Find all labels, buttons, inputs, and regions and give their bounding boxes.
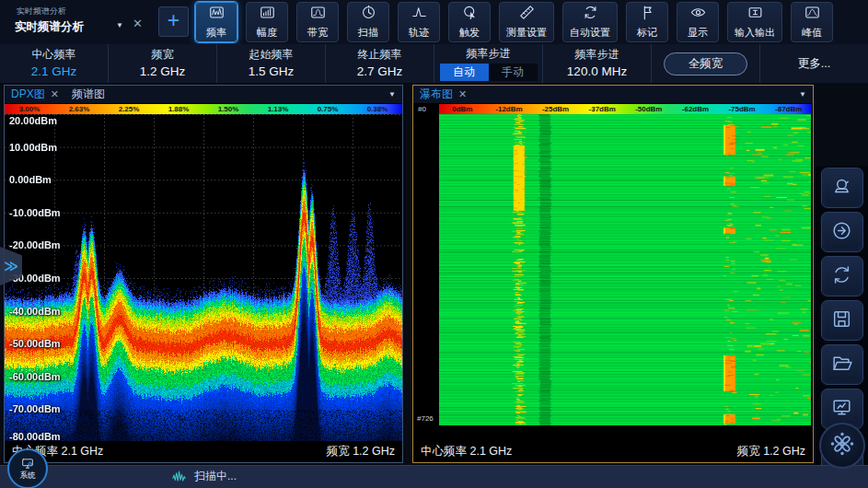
save-button[interactable] (821, 300, 863, 341)
dpx-density-color-scale: 3.00%2.63%2.25%1.88%1.50%1.13%0.75%0.38% (5, 104, 402, 114)
clover-icon (828, 430, 856, 461)
toolbar-buttons: 频率幅度带宽扫描轨迹触发测量设置自动设置标记显示输入输出峰值 (195, 2, 833, 42)
open-button[interactable] (821, 344, 863, 385)
trace-button[interactable]: 轨迹 (398, 2, 440, 42)
frequency-button[interactable]: 频率 (195, 2, 237, 42)
quick-menu-button[interactable] (819, 423, 865, 469)
dpx-panel-caret-down-icon[interactable]: ▼ (388, 90, 396, 99)
toolbar-button-label: 扫描 (358, 26, 378, 40)
setting-value[interactable]: 120.0 MHz (567, 64, 627, 80)
more-cell: 更多... (760, 44, 868, 83)
color-scale-label: 0.38% (353, 104, 402, 114)
toolbar-button-label: 触发 (459, 26, 480, 40)
setting-label: 频率步进 (575, 47, 619, 63)
dpx-panel: DPX图 ✕ 频谱图 ▼ 3.00%2.63%2.25%1.88%1.50%1.… (4, 85, 403, 463)
setting-field: 频宽1.2 GHz (109, 44, 217, 83)
toolbar-button-label: 显示 (688, 26, 708, 40)
setting-label: 中心频率 (32, 47, 76, 63)
tab-waterfall[interactable]: 瀑布图 (420, 87, 453, 102)
waterfall-span-label: 频宽 1.2 GHz (737, 444, 805, 459)
toolbar-button-label: 幅度 (257, 26, 277, 40)
measure-setup-button[interactable]: 测量设置 (499, 2, 554, 42)
setting-value[interactable]: 2.7 GHz (357, 64, 403, 80)
marker-button[interactable]: 标记 (626, 2, 668, 42)
color-scale-label: 0.75% (303, 104, 353, 114)
setting-field: 起始频率1.5 GHz (217, 44, 326, 83)
setting-label: 起始频率 (249, 47, 294, 63)
io-button[interactable]: 输入输出 (727, 2, 782, 42)
color-scale-label: -37dBm (579, 104, 626, 114)
scan-status: 扫描中... (171, 465, 237, 488)
preset-icon (830, 175, 853, 202)
amplitude-button[interactable]: 幅度 (246, 2, 288, 42)
frequency-icon (208, 4, 226, 25)
waterfall-last-frame-label: #726 (417, 414, 434, 423)
setting-label: 频宽 (152, 47, 174, 63)
toolbar-button-label: 峰值 (802, 26, 822, 40)
scan-wave-icon (171, 469, 189, 484)
peak-button[interactable]: 峰值 (791, 2, 833, 42)
setting-label: 终止频率 (358, 47, 402, 63)
trigger-icon (461, 4, 479, 25)
add-measurement-button[interactable]: + (158, 6, 189, 37)
toggle-option[interactable]: 手动 (489, 64, 538, 81)
bandwidth-button[interactable]: 带宽 (296, 2, 339, 42)
trigger-button[interactable]: 触发 (448, 2, 491, 42)
toolbar-button-label: 自动设置 (570, 26, 610, 40)
waterfall-spectrogram-plot[interactable] (439, 114, 811, 425)
color-scale-label: -25dBm (532, 104, 579, 114)
open-folder-icon (830, 352, 853, 378)
auto-setup-button[interactable]: 自动设置 (562, 2, 618, 42)
toolbar-button-label: 轨迹 (409, 26, 429, 40)
display-icon (689, 4, 707, 25)
color-scale-label: -87dBm (765, 104, 812, 114)
more-button[interactable]: 更多... (798, 56, 830, 72)
sync-button[interactable] (821, 256, 863, 296)
peak-icon (804, 4, 821, 25)
main-area: DPX图 ✕ 频谱图 ▼ 3.00%2.63%2.25%1.88%1.50%1.… (0, 83, 868, 465)
color-scale-label: 2.63% (54, 104, 104, 114)
display-window-icon (830, 396, 853, 423)
waterfall-center-frequency-label: 中心频率 2.1 GHz (421, 444, 512, 459)
waterfall-tab-close-icon[interactable]: ✕ (458, 88, 467, 100)
measurement-close-icon[interactable]: ✕ (133, 17, 143, 30)
tab-dpx[interactable]: DPX图 (11, 87, 45, 102)
amplitude-icon (259, 4, 276, 25)
waterfall-first-frame-label: #0 (418, 105, 426, 113)
measurement-tab-title[interactable]: 实时频谱分析 (15, 19, 84, 35)
waterfall-panel: 瀑布图 ✕ ▼ #0 #726 0dBm-12dBm-25dBm-37dBm-5… (412, 85, 814, 463)
dpx-panel-tabbar: DPX图 ✕ 频谱图 ▼ (5, 86, 402, 103)
setting-value[interactable]: 1.5 GHz (249, 64, 295, 80)
measurement-caret-down-icon[interactable]: ▼ (116, 21, 123, 29)
setting-field: 终止频率2.7 GHz (326, 44, 434, 83)
run-button[interactable] (821, 212, 863, 252)
full-span-button[interactable]: 全频宽 (664, 52, 748, 76)
dpx-tab-close-icon[interactable]: ✕ (51, 88, 59, 100)
rtsa-application-window: 实时频谱分析 实时频谱分析 ▼ ✕ + 频率幅度带宽扫描轨迹触发测量设置自动设置… (0, 0, 868, 488)
system-menu-button[interactable]: 系统 (7, 448, 48, 488)
measurement-tab-subtitle: 实时频谱分析 (17, 6, 66, 17)
setting-field: 中心频率2.1 GHz (0, 44, 109, 83)
display-button[interactable]: 显示 (677, 2, 719, 42)
sweep-button[interactable]: 扫描 (347, 2, 389, 42)
setting-field: 频率步进120.0 MHz (543, 44, 652, 83)
run-arrow-icon (830, 219, 853, 246)
waterfall-panel-caret-down-icon[interactable]: ▼ (799, 90, 806, 99)
toggle-option[interactable]: 自动 (440, 64, 489, 81)
dpx-span-label: 频宽 1.2 GHz (327, 444, 395, 459)
full-span-cell: 全频宽 (652, 44, 760, 83)
setting-value[interactable]: 1.2 GHz (140, 64, 186, 80)
toolbar-button-label: 标记 (637, 26, 657, 40)
tab-spectrum[interactable]: 频谱图 (72, 87, 105, 102)
dpx-spectrum-plot[interactable] (5, 114, 402, 442)
measure-setup-icon (518, 4, 536, 25)
step-mode-toggle: 自动手动 (440, 64, 538, 81)
color-scale-label: 1.50% (203, 104, 253, 114)
color-scale-label: -75dBm (719, 104, 766, 114)
scan-status-label: 扫描中... (194, 469, 237, 484)
setting-label: 频率步进 (467, 46, 511, 62)
preset-button[interactable] (821, 168, 863, 208)
setting-value[interactable]: 2.1 GHz (31, 64, 77, 80)
settings-row: 中心频率2.1 GHz频宽1.2 GHz起始频率1.5 GHz终止频率2.7 G… (0, 44, 868, 83)
color-scale-label: 0dBm (439, 104, 486, 114)
